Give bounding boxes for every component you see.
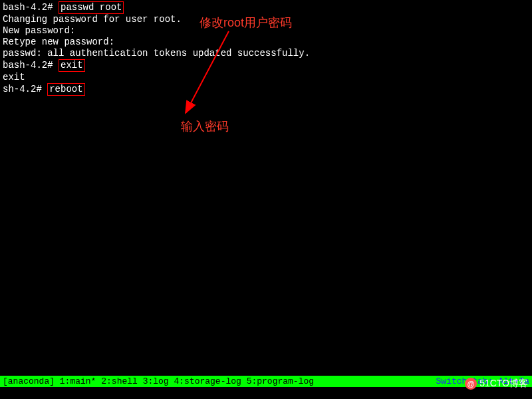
tmux-status-bar: [anaconda] 1:main* 2:shell 3:log 4:stora…: [0, 376, 532, 387]
terminal-line: Retype new password:: [3, 37, 529, 48]
watermark-text: 51CTO博客: [479, 378, 528, 390]
terminal-line: bash-4.2# passwd root: [3, 1, 529, 14]
annotation-label: 输入密码: [181, 118, 229, 134]
terminal-line: sh-4.2# reboot: [3, 83, 529, 96]
command-highlight: passwd root: [59, 1, 124, 14]
watermark-icon: @: [465, 378, 477, 390]
terminal-line: passwd: all authentication tokens update…: [3, 48, 529, 59]
status-left: [anaconda] 1:main* 2:shell 3:log 4:stora…: [3, 376, 314, 386]
command-highlight: reboot: [47, 83, 84, 96]
shell-prompt: bash-4.2#: [3, 60, 59, 71]
watermark: @ 51CTO博客: [465, 378, 528, 390]
annotation-label: 修改root用户密码: [200, 15, 292, 31]
terminal-line: bash-4.2# exit: [3, 59, 529, 72]
shell-prompt: sh-4.2#: [3, 84, 47, 95]
terminal-line: exit: [3, 72, 529, 83]
command-highlight: exit: [59, 59, 85, 72]
shell-prompt: bash-4.2#: [3, 2, 59, 13]
